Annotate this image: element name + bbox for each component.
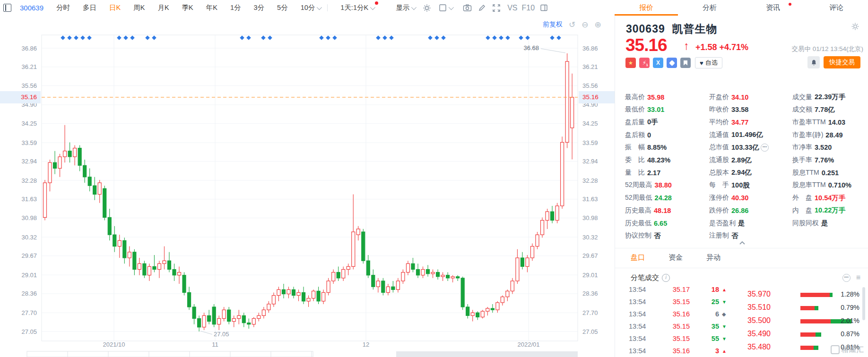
alert-bell-button[interactable] [807,56,820,68]
ladder-row[interactable]: 35.5002.01% [743,314,868,328]
trade-row[interactable]: 13:5435.1555▼ [615,332,743,345]
stats-row: 52周最低24.28涨停价40.30外 盘10.54万手 [625,192,861,204]
svg-text:27.70: 27.70 [21,309,37,316]
stat-委比: 委 比48.23% [625,154,670,167]
candlestick-chart[interactable]: 36.8636.8636.2136.2135.5635.5634.9034.90… [0,16,615,357]
trade-row[interactable]: 13:5435.1525▼ [615,296,743,308]
margin-badge-icon: ⚡1 [639,58,650,68]
subtab-盘口[interactable]: 盘口 [631,253,645,262]
svg-text:32.28: 32.28 [21,177,37,184]
reset-view-icon[interactable]: ↺ [569,21,575,29]
f10-button[interactable]: F10 [521,4,535,12]
pencil-draw-icon[interactable] [478,4,486,12]
subtab-异动[interactable]: 异动 [706,253,720,262]
stat-振幅: 振 幅8.85% [625,141,667,154]
period-tab-3分[interactable]: 3分 [254,3,265,12]
svg-text:2022/01: 2022/01 [518,341,540,348]
window-panel-icon[interactable] [3,4,11,12]
svg-text:29.67: 29.67 [582,252,598,259]
period-tab-1分[interactable]: 1分 [230,3,241,12]
period-tab-分时[interactable]: 分时 [56,3,70,12]
display-dropdown[interactable]: 显示 [396,3,415,12]
period-tab-月K[interactable]: 月K [157,3,169,12]
more-options-icon[interactable]: ••• [842,274,851,282]
period-tab-日K[interactable]: 日K [109,3,121,12]
svg-text:27.05: 27.05 [214,331,229,338]
fullscreen-icon[interactable] [492,4,501,12]
panel-tab-资讯[interactable]: 资讯 [741,0,805,16]
vs-compare-button[interactable]: VS [507,4,517,12]
trade-row[interactable]: 13:5435.166◆ [615,308,743,320]
chart-canvas[interactable]: 36.8636.8636.2136.2135.5635.5634.9034.90… [0,16,615,357]
chevron-down-icon [317,5,322,10]
scrollbar-thumb[interactable] [862,287,865,320]
collapse-stats-chevron[interactable] [739,238,746,243]
svg-text:27.05: 27.05 [21,328,37,335]
panel-tab-分析[interactable]: 分析 [678,0,741,16]
adjust-mode-link[interactable]: 前复权 [543,20,563,29]
stat-总股本: 总股本2.94亿 [709,166,752,179]
zoom-in-icon[interactable]: ⊕ [595,21,601,29]
chevron-down-icon [370,5,375,10]
period-tab-多日[interactable]: 多日 [83,3,96,12]
subtab-资金[interactable]: 资金 [668,253,683,262]
tick-trades-header: 分笔成交 i [631,273,670,282]
quote-panel: 300639 凯普生物 35.16 ↑ +1.58 +4.71% 交易中 01/… [615,16,868,357]
ladder-row[interactable]: 35.5100.79% [743,301,868,314]
stat-平均价: 平均价34.77 [709,116,748,128]
volume-bar [800,332,821,337]
bookmark-badge-icon [680,58,691,68]
stat-注册制: 注册制否 [709,230,738,242]
period-tab-周K[interactable]: 周K [133,3,145,12]
svg-text:31.63: 31.63 [582,196,598,203]
svg-text:34.25: 34.25 [21,120,37,127]
svg-text:33.59: 33.59 [582,139,598,146]
svg-text:36.86: 36.86 [21,45,37,52]
stat-流通值: 流通值101.496亿 [709,128,763,141]
gear-icon[interactable] [423,4,431,12]
add-favorite-button[interactable]: ♥ 自选 [695,57,722,68]
ladder-row[interactable]: 35.4900.87% [743,328,868,341]
tick-trade-list[interactable]: 13:5435.1718▲13:5435.1525▼13:5435.166◆13… [615,286,743,357]
layout-frame-dropdown[interactable] [439,4,452,12]
swap-badge-icon: X [653,58,663,68]
notification-dot [375,1,378,5]
panel-tab-评论[interactable]: 评论 [805,0,868,16]
stats-row: 历史最高48.18跌停价26.86内 盘10.22万手 [625,204,861,217]
stock-code-toolbar[interactable]: 300639 [20,4,43,12]
trade-row[interactable]: 13:5435.163▲ [615,345,743,357]
stat-历史最高: 历史最高48.18 [625,204,671,217]
sidebar-toggle-icon[interactable] [540,4,548,12]
svg-text:36.68: 36.68 [523,44,539,51]
volume-bar [800,346,818,350]
period-tab-5分[interactable]: 5分 [277,3,288,12]
stat-流通股: 流通股2.89亿 [709,154,752,167]
panel-tab-报价[interactable]: 报价 [615,0,678,16]
camera-icon[interactable] [463,4,472,12]
stat-同股同权: 同股同权是 [792,217,828,230]
ladder-row[interactable]: 35.9701.28% [743,288,868,301]
period-tab-年K[interactable]: 年K [206,3,217,12]
period-tab-10分[interactable]: 10分 [301,3,321,12]
stat-是否盈利: 是否盈利是 [709,217,745,230]
quote-panel-tabs: 报价分析资讯评论 [615,0,868,16]
svg-text:27.70: 27.70 [582,309,598,316]
zoom-out-icon[interactable]: ⊖ [582,21,588,29]
trade-row[interactable]: 13:5435.1535▼ [615,320,743,332]
display-dropdown-label: 显示 [396,4,409,11]
trade-row[interactable]: 13:5435.1718▲ [615,286,743,296]
period-tab-季K[interactable]: 季K [182,3,193,12]
info-icon[interactable]: i [662,274,670,282]
stat-外盘: 外 盘10.54万手 [792,192,845,204]
price-change: +1.58 +4.71% [695,42,748,52]
svg-text:29.01: 29.01 [582,272,598,279]
list-view-icon[interactable]: ≡ [856,273,860,282]
quick-trade-button[interactable]: 快捷交易 [824,56,860,68]
svg-text:30.32: 30.32 [21,234,37,241]
more-options-icon[interactable]: ••• [761,144,769,152]
stock-title: 300639 凯普生物 [626,22,718,36]
period-tab-1天:1分K[interactable]: 1天:1分K [340,3,374,12]
panel-gear-icon[interactable] [851,22,859,33]
stat-涨停价: 涨停价40.30 [709,192,748,204]
svg-text:34.25: 34.25 [582,120,598,127]
